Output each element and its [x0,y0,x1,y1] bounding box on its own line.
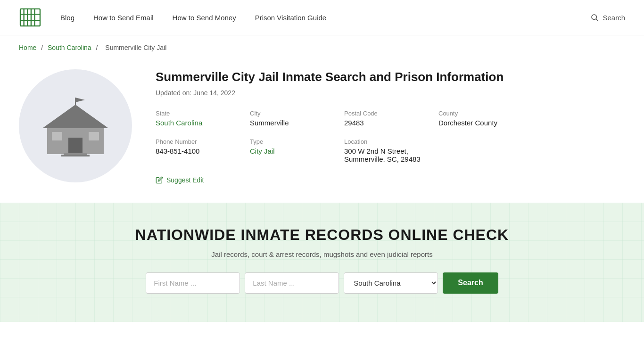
site-logo[interactable] [19,8,41,27]
last-name-input[interactable] [245,272,339,294]
nav-send-email[interactable]: How to Send Email [93,14,154,22]
suggest-edit-link[interactable]: Suggest Edit [156,176,625,184]
svg-rect-13 [89,132,99,140]
state-label: State [156,110,250,117]
breadcrumb-sep1: / [41,44,45,51]
state-field: State South Carolina [156,110,250,127]
city-field: City Summerville [250,110,344,127]
phone-field: Phone Number 843-851-4100 [156,138,250,163]
city-value: Summerville [250,119,344,127]
nav-send-money[interactable]: How to Send Money [173,14,236,22]
postal-label: Postal Code [344,110,438,117]
first-name-input[interactable] [146,272,240,294]
nationwide-subtitle: Jail records, court & arrest records, mu… [19,250,625,258]
county-field: County Dorchester County [438,110,625,127]
suggest-edit-label: Suggest Edit [166,176,204,184]
svg-rect-11 [68,138,83,154]
postal-value: 29483 [344,119,438,127]
svg-rect-0 [20,9,40,26]
breadcrumb-current: Summerville City Jail [105,44,166,51]
breadcrumb-sep2: / [96,44,100,51]
main-nav: Blog How to Send Email How to Send Money… [60,14,590,22]
type-value[interactable]: City Jail [250,147,344,155]
type-field: Type City Jail [250,138,344,163]
site-header: Blog How to Send Email How to Send Money… [0,0,644,35]
postal-field: Postal Code 29483 [344,110,438,127]
facility-title: Summerville City Jail Inmate Search and … [156,69,625,85]
facility-fields: State South Carolina City Summerville Po… [156,110,625,163]
type-label: Type [250,138,344,145]
search-icon [590,13,599,22]
phone-label: Phone Number [156,138,250,145]
svg-marker-10 [42,105,108,128]
breadcrumb-state[interactable]: South Carolina [48,44,91,51]
search-button[interactable]: Search [443,272,498,294]
facility-info: Summerville City Jail Inmate Search and … [156,69,625,184]
city-label: City [250,110,344,117]
nav-visitation[interactable]: Prison Visitation Guide [255,14,326,22]
nationwide-title: NATIONWIDE INMATE RECORDS ONLINE CHECK [19,226,625,244]
svg-line-8 [596,19,598,21]
county-value: Dorchester County [438,119,625,127]
nav-blog[interactable]: Blog [60,14,74,22]
state-value[interactable]: South Carolina [156,119,250,127]
location-line2: Summerville, SC, 29483 [344,155,625,163]
nationwide-search-section: NATIONWIDE INMATE RECORDS ONLINE CHECK J… [0,203,644,322]
state-select[interactable]: AlabamaAlaskaArizonaArkansasCaliforniaCo… [344,272,438,294]
svg-rect-17 [61,155,90,156]
main-content: Summerville City Jail Inmate Search and … [0,60,644,203]
search-label: Search [603,14,625,22]
updated-date: Updated on: June 14, 2022 [156,89,625,97]
inmate-search-form: AlabamaAlaskaArizonaArkansasCaliforniaCo… [19,272,625,294]
location-label: Location [344,138,625,145]
edit-icon [156,176,163,184]
svg-rect-12 [52,132,62,140]
location-field: Location 300 W 2nd N Street, Summerville… [344,138,625,163]
location-line1: 300 W 2nd N Street, [344,147,625,155]
county-label: County [438,110,625,117]
phone-value: 843-851-4100 [156,147,250,155]
breadcrumb: Home / South Carolina / Summerville City… [0,35,644,60]
svg-marker-15 [75,98,85,102]
facility-image [19,69,132,182]
breadcrumb-home[interactable]: Home [19,44,36,51]
header-search[interactable]: Search [590,13,625,22]
